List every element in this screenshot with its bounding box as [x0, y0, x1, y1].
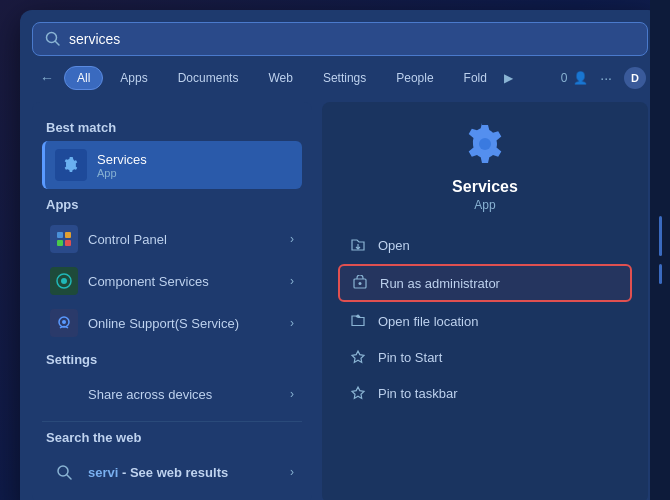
action-file-location[interactable]: Open file location [338, 304, 632, 338]
pin-taskbar-icon [348, 383, 368, 403]
search-bar[interactable] [32, 22, 648, 56]
svg-rect-2 [57, 232, 63, 238]
open-icon [348, 235, 368, 255]
control-panel-label: Control Panel [88, 232, 167, 247]
file-location-icon [348, 311, 368, 331]
share-icon [50, 380, 78, 408]
online-support-label: Online Support(S Service) [88, 316, 239, 331]
action-pin-start-label: Pin to Start [378, 350, 442, 365]
tab-right: 0 👤 ··· D [561, 66, 646, 90]
divider [42, 421, 302, 422]
tab-documents[interactable]: Documents [165, 66, 252, 90]
chevron-icon-5: › [290, 465, 294, 479]
right-app-type: App [338, 198, 632, 212]
component-services-label: Component Services [88, 274, 209, 289]
action-pin-taskbar-label: Pin to taskbar [378, 386, 458, 401]
strip-line-1 [659, 216, 662, 256]
tab-settings[interactable]: Settings [310, 66, 379, 90]
best-match-name: Services [97, 152, 147, 167]
svg-rect-5 [65, 240, 71, 246]
action-open[interactable]: Open [338, 228, 632, 262]
action-file-location-label: Open file location [378, 314, 478, 329]
svg-point-9 [62, 320, 66, 324]
component-services-icon [50, 267, 78, 295]
tabs-row: ← All Apps Documents Web Settings People… [32, 66, 648, 90]
tab-person-icon: 👤 [573, 71, 588, 85]
action-pin-taskbar[interactable]: Pin to taskbar [338, 376, 632, 410]
best-match-item[interactable]: Services App [42, 141, 302, 189]
services-icon-wrapper [55, 149, 87, 181]
services-large-icon [460, 119, 510, 169]
best-match-type: App [97, 167, 147, 179]
tab-avatar: D [624, 67, 646, 89]
svg-point-7 [61, 278, 67, 284]
svg-point-14 [359, 282, 362, 285]
main-content: Best match Services App Apps [32, 102, 648, 500]
right-strip [650, 0, 670, 500]
svg-line-11 [67, 475, 71, 479]
right-app-icon [459, 118, 511, 170]
web-search-item[interactable]: servi - See web results › [42, 451, 302, 493]
web-text: servi - See web results [88, 465, 228, 480]
web-bold: servi [88, 465, 118, 480]
tab-count: 0 [561, 71, 568, 85]
control-panel-icon [50, 225, 78, 253]
list-item-component-services[interactable]: Component Services › [42, 260, 302, 302]
action-run-admin-label: Run as administrator [380, 276, 500, 291]
apps-label: Apps [42, 197, 302, 212]
left-panel: Best match Services App Apps [32, 102, 312, 500]
action-run-admin[interactable]: Run as administrator [338, 264, 632, 302]
search-input[interactable] [69, 31, 635, 47]
chevron-icon-3: › [290, 316, 294, 330]
svg-rect-3 [65, 232, 71, 238]
tab-apps[interactable]: Apps [107, 66, 160, 90]
tab-people[interactable]: People [383, 66, 446, 90]
run-admin-icon [350, 273, 370, 293]
svg-rect-4 [57, 240, 63, 246]
tab-fold[interactable]: Fold [451, 66, 500, 90]
tab-all[interactable]: All [64, 66, 103, 90]
best-match-label: Best match [42, 120, 302, 135]
action-list: Open Run as administrator [338, 228, 632, 410]
right-app-name: Services [338, 178, 632, 196]
search-icon [45, 31, 61, 47]
action-pin-start[interactable]: Pin to Start [338, 340, 632, 374]
pin-start-icon [348, 347, 368, 367]
chevron-icon: › [290, 232, 294, 246]
chevron-icon-2: › [290, 274, 294, 288]
list-item-control-panel[interactable]: Control Panel › [42, 218, 302, 260]
strip-line-2 [659, 264, 662, 284]
services-gear-icon [60, 154, 82, 176]
web-rest: - See web results [118, 465, 228, 480]
web-search-icon [50, 458, 78, 486]
settings-label: Settings [42, 352, 302, 367]
svg-line-1 [56, 42, 60, 46]
web-main: servi - See web results [88, 465, 228, 480]
tab-web[interactable]: Web [255, 66, 305, 90]
web-label: Search the web [42, 430, 302, 445]
tab-back-button[interactable]: ← [34, 67, 60, 89]
online-support-icon [50, 309, 78, 337]
chevron-icon-4: › [290, 387, 294, 401]
best-match-text: Services App [97, 152, 147, 179]
right-panel: Services App Open [322, 102, 648, 500]
svg-point-12 [479, 138, 491, 150]
list-item-share[interactable]: Share across devices › [42, 373, 302, 415]
tab-more-button[interactable]: ··· [594, 66, 618, 90]
list-item-online-support[interactable]: Online Support(S Service) › [42, 302, 302, 344]
share-label: Share across devices [88, 387, 212, 402]
tab-play-button[interactable]: ▶ [504, 71, 513, 85]
action-open-label: Open [378, 238, 410, 253]
